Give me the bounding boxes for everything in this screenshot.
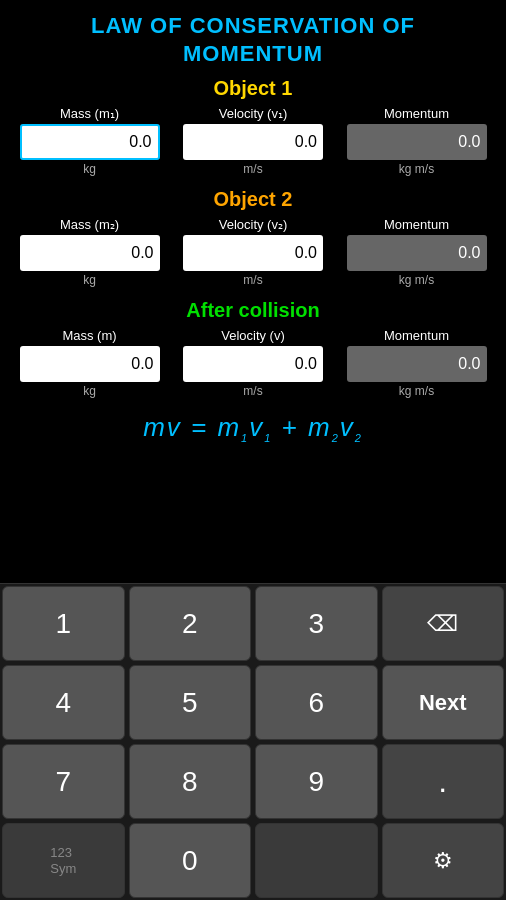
object1-fields: Mass (m₁) kg Velocity (v₁) m/s Momentum … xyxy=(8,106,498,176)
key-1[interactable]: 1 xyxy=(2,586,125,661)
object1-title: Object 1 xyxy=(8,77,498,100)
key-row-2: 4 5 6 Next xyxy=(0,663,506,742)
main-title: LAW OF CONSERVATION OF MOMENTUM xyxy=(8,12,498,67)
object2-velocity-label: Velocity (v₂) xyxy=(219,217,288,232)
object1-velocity-label: Velocity (v₁) xyxy=(219,106,288,121)
object1-mass-group: Mass (m₁) kg xyxy=(12,106,167,176)
key-7[interactable]: 7 xyxy=(2,744,125,819)
after-momentum-unit: kg m/s xyxy=(399,384,434,398)
after-velocity-label: Velocity (v) xyxy=(221,328,285,343)
object2-title: Object 2 xyxy=(8,188,498,211)
formula-text: mv = m1v1 + m2v2 xyxy=(8,412,498,444)
key-row-1: 1 2 3 ⌫ xyxy=(0,584,506,663)
key-6[interactable]: 6 xyxy=(255,665,378,740)
after-momentum-label: Momentum xyxy=(384,328,449,343)
object1-velocity-unit: m/s xyxy=(243,162,262,176)
after-mass-label: Mass (m) xyxy=(62,328,116,343)
key-5[interactable]: 5 xyxy=(129,665,252,740)
key-empty xyxy=(255,823,378,898)
object2-velocity-unit: m/s xyxy=(243,273,262,287)
after-mass-input[interactable] xyxy=(20,346,160,382)
object1-mass-input[interactable] xyxy=(20,124,160,160)
object2-velocity-input[interactable] xyxy=(183,235,323,271)
object1-momentum-value: 0.0 xyxy=(347,124,487,160)
object1-momentum-group: Momentum 0.0 kg m/s xyxy=(339,106,494,176)
object2-momentum-unit: kg m/s xyxy=(399,273,434,287)
formula-section: mv = m1v1 + m2v2 xyxy=(8,408,498,448)
object2-momentum-label: Momentum xyxy=(384,217,449,232)
after-velocity-input[interactable] xyxy=(183,346,323,382)
backspace-icon: ⌫ xyxy=(427,611,458,637)
key-2[interactable]: 2 xyxy=(129,586,252,661)
key-backspace[interactable]: ⌫ xyxy=(382,586,505,661)
object2-momentum-group: Momentum 0.0 kg m/s xyxy=(339,217,494,287)
object1-mass-label: Mass (m₁) xyxy=(60,106,119,121)
object2-fields: Mass (m₂) kg Velocity (v₂) m/s Momentum … xyxy=(8,217,498,287)
key-row-4: 123Sym 0 ⚙ xyxy=(0,821,506,900)
after-velocity-group: Velocity (v) m/s xyxy=(176,328,331,398)
object2-momentum-value: 0.0 xyxy=(347,235,487,271)
keyboard: 1 2 3 ⌫ 4 5 6 Next 7 8 9 . 123Sym 0 ⚙ xyxy=(0,583,506,900)
after-momentum-value: 0.0 xyxy=(347,346,487,382)
after-momentum-group: Momentum 0.0 kg m/s xyxy=(339,328,494,398)
object2-mass-unit: kg xyxy=(83,273,96,287)
key-123sym[interactable]: 123Sym xyxy=(2,823,125,898)
after-mass-group: Mass (m) kg xyxy=(12,328,167,398)
key-9[interactable]: 9 xyxy=(255,744,378,819)
object1-velocity-group: Velocity (v₁) m/s xyxy=(176,106,331,176)
top-section: LAW OF CONSERVATION OF MOMENTUM Object 1… xyxy=(0,0,506,462)
after-collision-title: After collision xyxy=(8,299,498,322)
key-3[interactable]: 3 xyxy=(255,586,378,661)
gear-icon: ⚙ xyxy=(433,848,453,874)
key-dot[interactable]: . xyxy=(382,744,505,819)
key-row-3: 7 8 9 . xyxy=(0,742,506,821)
object1-momentum-unit: kg m/s xyxy=(399,162,434,176)
object2-mass-group: Mass (m₂) kg xyxy=(12,217,167,287)
key-8[interactable]: 8 xyxy=(129,744,252,819)
key-settings[interactable]: ⚙ xyxy=(382,823,505,898)
after-mass-unit: kg xyxy=(83,384,96,398)
object2-mass-label: Mass (m₂) xyxy=(60,217,119,232)
after-velocity-unit: m/s xyxy=(243,384,262,398)
key-0[interactable]: 0 xyxy=(129,823,252,898)
object1-mass-unit: kg xyxy=(83,162,96,176)
key-4[interactable]: 4 xyxy=(2,665,125,740)
object2-velocity-group: Velocity (v₂) m/s xyxy=(176,217,331,287)
after-collision-fields: Mass (m) kg Velocity (v) m/s Momentum 0.… xyxy=(8,328,498,398)
object1-momentum-label: Momentum xyxy=(384,106,449,121)
object2-mass-input[interactable] xyxy=(20,235,160,271)
key-next[interactable]: Next xyxy=(382,665,505,740)
object1-velocity-input[interactable] xyxy=(183,124,323,160)
